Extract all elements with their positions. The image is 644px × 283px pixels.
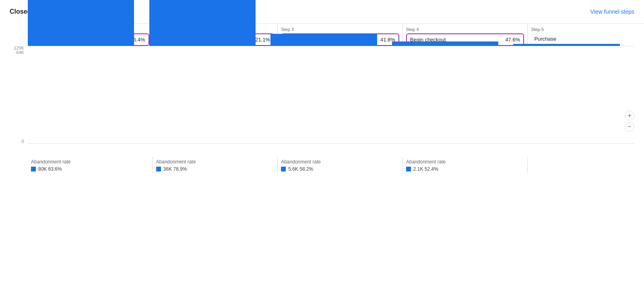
zoom-in-button[interactable]: + [625, 111, 634, 120]
abandonment-label-4: Abandonment rate [406, 159, 524, 165]
bar-5 [513, 44, 620, 46]
view-funnel-link[interactable]: View funnel steps [590, 8, 634, 15]
chart-outer: Step 1Session start36.4%Step 2View produ… [10, 23, 634, 156]
abandonment-col-2: Abandonment rate36K 78.9% [153, 157, 278, 174]
zoom-out-button[interactable]: − [625, 122, 634, 132]
y-axis-mid: 64K [10, 50, 24, 55]
abandonment-value-3: 5.6K 58.2% [288, 166, 313, 172]
grid-line-mid [28, 46, 634, 46]
abandonment-data-3: 5.6K 58.2% [281, 166, 399, 172]
bar-1 [28, 0, 134, 46]
chart-area: 129K 64K 0 + − [10, 46, 634, 156]
zoom-controls: + − [625, 111, 634, 132]
abandonment-col-1: Abandonment rate80K 63.6% [28, 157, 153, 174]
step-label-3: Step 3 [281, 27, 399, 32]
y-axis: 129K 64K 0 [10, 46, 27, 156]
step-name-5: Purchase [534, 36, 556, 42]
bar-2 [149, 0, 256, 46]
abandonment-label-3: Abandonment rate [281, 159, 399, 165]
abandonment-icon-3 [281, 167, 286, 171]
abandonment-data-2: 36K 78.9% [156, 166, 275, 172]
bar-4 [392, 41, 499, 46]
step-col-5: Step 5Purchase- [528, 24, 644, 46]
abandonment-col-5 [528, 157, 644, 174]
bar-3 [270, 34, 377, 46]
abandonment-label-2: Abandonment rate [156, 159, 275, 165]
step-label-5: Step 5 [531, 27, 644, 32]
abandonment-icon-4 [406, 167, 411, 171]
abandonment-value-4: 2.1K 52.4% [413, 166, 438, 172]
abandonment-col-3: Abandonment rate5.6K 58.2% [278, 157, 403, 174]
abandonment-section: Abandonment rate80K 63.6%Abandonment rat… [28, 157, 644, 174]
step-rate-4: 47.6% [506, 37, 520, 43]
abandonment-data-1: 80K 63.6% [31, 166, 149, 172]
abandonment-value-1: 80K 63.6% [38, 166, 62, 172]
y-axis-bottom: 0 [10, 139, 24, 144]
step-label-4: Step 4 [406, 27, 524, 32]
abandonment-icon-1 [31, 167, 36, 171]
step-rate-2: 21.1% [255, 37, 270, 43]
abandonment-data-4: 2.1K 52.4% [406, 166, 524, 172]
abandonment-value-2: 36K 78.9% [163, 166, 187, 172]
abandonment-label-1: Abandonment rate [31, 159, 149, 165]
abandonment-icon-2 [156, 167, 161, 171]
abandonment-col-4: Abandonment rate2.1K 52.4% [403, 157, 528, 174]
step-header-5[interactable]: Purchase- [531, 33, 644, 44]
